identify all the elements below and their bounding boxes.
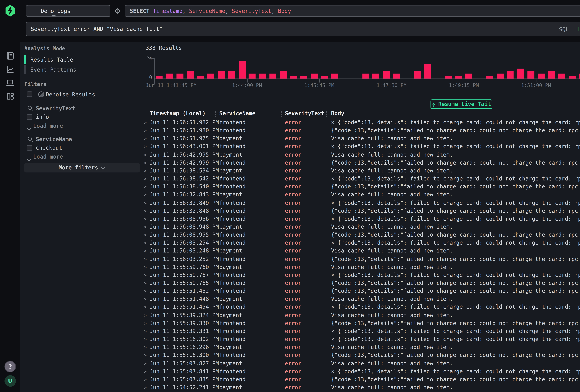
severity-info-checkbox[interactable] [27,114,32,120]
severitytext-search-icon[interactable] [28,106,32,110]
log-row[interactable]: >Jun 11 1:56:08.948 PMpaymenterrorVisa c… [0,224,580,232]
source-select[interactable]: Demo Logs [26,5,110,17]
log-row[interactable]: >Jun 11 1:55:16.302 PMfrontenderror× {"c… [0,336,580,344]
expand-row-chevron-icon[interactable]: > [144,328,147,334]
histogram-bar[interactable] [311,74,318,79]
histogram-bar[interactable] [166,74,173,79]
histogram-bar[interactable] [383,71,390,79]
log-row[interactable]: >Jun 11 1:55:39.324 PMpaymenterrorVisa c… [0,312,580,320]
histogram-bar[interactable] [331,74,338,79]
histogram-bar[interactable] [269,74,276,79]
log-row[interactable]: >Jun 11 1:56:42.995 PMpaymenterrorVisa c… [0,151,580,159]
expand-row-chevron-icon[interactable]: > [144,320,147,326]
log-row[interactable]: >Jun 11 1:55:07.841 PMfrontenderror× {"c… [0,368,580,376]
log-row[interactable]: >Jun 11 1:56:38.542 PMfrontenderror× {"c… [0,175,580,183]
expand-row-chevron-icon[interactable]: > [144,385,147,390]
histogram-bar[interactable] [424,64,431,79]
histogram-bar[interactable] [238,61,245,79]
histogram-bar[interactable] [259,74,266,79]
column-resize-handle[interactable] [281,111,282,117]
expand-row-chevron-icon[interactable]: > [144,216,147,222]
expand-row-chevron-icon[interactable]: > [144,264,147,270]
expand-row-chevron-icon[interactable]: > [144,296,147,302]
histogram-bar[interactable] [507,71,514,79]
histogram-bar[interactable] [176,74,183,79]
column-header-timestamp[interactable]: Timestamp (Local) [150,110,206,117]
log-row[interactable]: >Jun 11 1:56:08.956 PMfrontenderror× {"c… [0,216,580,224]
log-row[interactable]: >Jun 11 1:55:59.767 PMfrontenderror× {"c… [0,272,580,280]
expand-row-chevron-icon[interactable]: > [144,280,147,286]
histogram-bar[interactable] [290,76,297,79]
expand-row-chevron-icon[interactable]: > [144,152,147,157]
expand-row-chevron-icon[interactable]: > [144,136,147,141]
expand-row-chevron-icon[interactable]: > [144,377,147,382]
histogram-bar[interactable] [228,71,235,79]
analysis-mode-event-patterns[interactable]: Event Patterns [30,67,76,73]
column-resize-handle[interactable] [326,111,327,117]
histogram-bar[interactable] [207,74,214,79]
histogram-bar[interactable] [300,76,307,79]
expand-row-chevron-icon[interactable]: > [144,192,147,198]
log-row[interactable]: >Jun 11 1:56:32.843 PMpaymenterrorVisa c… [0,191,580,199]
log-row[interactable]: >Jun 11 1:55:16.300 PMfrontenderror{"cod… [0,352,580,360]
expand-row-chevron-icon[interactable]: > [144,272,147,278]
log-row[interactable]: >Jun 11 1:56:51.982 PMfrontenderror× {"c… [0,119,580,127]
expand-row-chevron-icon[interactable]: > [144,337,147,342]
source-settings-gear-icon[interactable]: ⚙ [113,7,121,15]
chart-explorer-nav-icon[interactable] [6,65,14,74]
expand-row-chevron-icon[interactable]: > [144,184,147,189]
resume-live-tail-button[interactable]: Resume Live Tail [431,99,492,109]
expand-row-chevron-icon[interactable]: > [144,160,147,165]
log-row[interactable]: >Jun 11 1:56:42.999 PMfrontenderror{"cod… [0,159,580,167]
histogram-bar[interactable] [249,74,256,79]
log-row[interactable]: >Jun 11 1:55:51.454 PMfrontenderror× {"c… [0,304,580,312]
expand-row-chevron-icon[interactable]: > [144,312,147,318]
column-header-servicename[interactable]: ServiceName [219,110,255,117]
expand-row-chevron-icon[interactable]: > [144,144,147,149]
histogram-bar[interactable] [538,74,545,79]
histogram-bar[interactable] [373,74,380,79]
dashboards-nav-icon[interactable] [6,92,14,101]
histogram-bar[interactable] [455,76,462,79]
log-row[interactable]: >Jun 11 1:55:39.330 PMfrontenderror{"cod… [0,320,580,328]
histogram-bar[interactable] [579,74,580,79]
expand-row-chevron-icon[interactable]: > [144,232,147,238]
expand-row-chevron-icon[interactable]: > [144,345,147,350]
column-header-severitytext[interactable]: SeverityText [285,110,324,117]
log-row[interactable]: >Jun 11 1:56:32.848 PMfrontenderror{"cod… [0,208,580,216]
histogram-bar[interactable] [569,76,576,79]
histogram-bar[interactable] [197,76,204,79]
expand-row-chevron-icon[interactable]: > [144,353,147,358]
log-row[interactable]: >Jun 11 1:56:08.955 PMfrontenderror{"cod… [0,232,580,240]
histogram-bar[interactable] [218,71,225,79]
log-row[interactable]: >Jun 11 1:55:51.448 PMpaymenterrorVisa c… [0,296,580,304]
denoise-checkbox[interactable] [27,92,32,97]
expand-row-chevron-icon[interactable]: > [144,120,147,125]
expand-row-chevron-icon[interactable]: > [144,304,147,310]
histogram-bar[interactable] [486,76,493,79]
histogram-bar[interactable] [156,76,163,79]
histogram-bar[interactable] [280,71,287,79]
log-row[interactable]: >Jun 11 1:56:51.980 PMfrontenderror{"cod… [0,127,580,135]
expand-row-chevron-icon[interactable]: > [144,168,147,173]
search-logs-nav-icon[interactable] [6,52,14,60]
app-logo-icon[interactable] [4,4,16,17]
expand-row-chevron-icon[interactable]: > [144,248,147,254]
histogram-bar[interactable] [362,74,369,79]
log-row[interactable]: >Jun 11 1:55:07.827 PMpaymenterrorVisa c… [0,360,580,368]
log-row[interactable]: >Jun 11 1:56:03.254 PMfrontenderror× {"c… [0,240,580,248]
log-row[interactable]: >Jun 11 1:56:43.001 PMfrontenderror× {"c… [0,143,580,151]
log-row[interactable]: >Jun 11 1:54:52.241 PMpaymenterrorVisa c… [0,384,580,392]
log-row[interactable]: >Jun 11 1:56:51.975 PMpaymenterrorVisa c… [0,135,580,143]
expand-row-chevron-icon[interactable]: > [144,176,147,181]
histogram-bar[interactable] [527,71,534,79]
histogram-bar[interactable] [321,76,328,79]
histogram-bar[interactable] [496,74,503,79]
log-row[interactable]: >Jun 11 1:55:39.331 PMfrontenderror× {"c… [0,328,580,336]
column-header-body[interactable]: Body [331,110,344,117]
log-row[interactable]: >Jun 11 1:55:59.765 PMfrontenderror{"cod… [0,280,580,288]
search-query-input[interactable]: SeverityText:error AND "Visa cache full"… [26,22,580,36]
expand-row-chevron-icon[interactable]: > [144,224,147,230]
expand-row-chevron-icon[interactable]: > [144,288,147,294]
expand-row-chevron-icon[interactable]: > [144,240,147,246]
